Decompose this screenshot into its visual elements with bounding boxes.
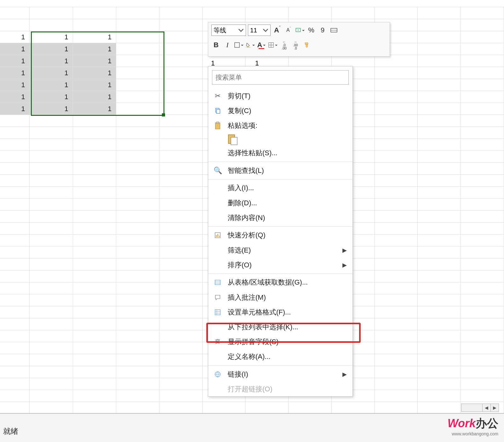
selected-cell[interactable]: 1 [0, 31, 30, 43]
table-icon [213, 277, 223, 287]
selected-cell[interactable]: 1 [0, 79, 30, 91]
svg-rect-14 [231, 137, 237, 145]
svg-rect-5 [246, 47, 250, 48]
svg-rect-19 [215, 280, 220, 285]
selection-fill-handle[interactable] [162, 113, 165, 116]
menu-delete[interactable]: 删除(D)... [208, 196, 352, 210]
selected-cell[interactable]: 1 [0, 103, 30, 115]
decrease-font-icon[interactable]: Aˇ [284, 26, 293, 35]
search-icon: 🔍 [213, 166, 223, 176]
decrease-decimal-icon[interactable]: →.00.0 [291, 40, 300, 50]
menu-separator [208, 179, 352, 179]
increase-decimal-icon[interactable]: ←.0.00 [279, 40, 289, 50]
format-painter-icon[interactable] [302, 40, 312, 50]
selection-range[interactable] [31, 31, 164, 116]
format-cells-icon [213, 307, 223, 317]
menu-format-cells[interactable]: 设置单元格格式(F)... [208, 305, 352, 320]
submenu-arrow-icon: ▶ [342, 247, 347, 254]
menu-quick-analysis[interactable]: 快速分析(Q) [208, 228, 352, 243]
watermark-url: www.workbangong.com [448, 431, 498, 436]
menu-insert-comment[interactable]: 插入批注(M) [208, 290, 352, 305]
link-icon [213, 369, 223, 379]
menu-separator [208, 365, 352, 366]
scroll-right-icon[interactable]: ▶ [490, 404, 499, 411]
fill-color-icon[interactable] [245, 40, 255, 50]
selected-cell[interactable]: 1 [0, 43, 30, 55]
copy-icon [213, 106, 223, 116]
svg-rect-16 [216, 235, 217, 237]
horizontal-scrollbar[interactable]: ◀ ▶ [461, 404, 499, 412]
menu-open-hyperlink: 打开超链接(O) [208, 382, 352, 396]
merge-center-icon[interactable] [329, 26, 339, 35]
menu-clear-contents[interactable]: 清除内容(N) [208, 210, 352, 225]
scroll-left-icon[interactable]: ◀ [482, 404, 490, 411]
borders-icon[interactable] [268, 40, 278, 50]
quick-analysis-icon [213, 230, 223, 240]
submenu-arrow-icon: ▶ [342, 371, 347, 378]
svg-rect-10 [216, 109, 220, 113]
menu-copy[interactable]: 复制(C) [208, 103, 352, 118]
bold-icon[interactable]: B [211, 40, 221, 50]
scissors-icon: ✂ [213, 91, 223, 101]
context-menu: ✂ 剪切(T) 复制(C) 粘贴选项: 选择性粘贴(S)... 🔍 智能查找(L… [208, 66, 353, 397]
menu-smart-lookup[interactable]: 🔍 智能查找(L) [208, 163, 352, 178]
svg-text:¥: ¥ [297, 29, 299, 31]
percent-icon[interactable]: % [306, 26, 316, 35]
menu-filter[interactable]: 筛选(E) ▶ [208, 243, 352, 258]
menu-separator [208, 226, 352, 227]
mini-toolbar: 等线 11 Aˆ Aˇ ¥ % 9 B I A ←.0.00 →.00.0 [208, 22, 390, 57]
font-color-icon[interactable]: A [257, 40, 266, 50]
border-icon[interactable] [234, 40, 243, 50]
menu-hyperlink[interactable]: 链接(I) ▶ [208, 367, 352, 382]
paste-option-default[interactable] [226, 133, 240, 145]
accounting-format-icon[interactable]: ¥ [295, 26, 305, 35]
menu-paste-special[interactable]: 选择性粘贴(S)... [208, 145, 352, 160]
comment-icon [213, 292, 223, 303]
selected-cell[interactable]: 1 [0, 55, 30, 67]
svg-rect-12 [216, 122, 219, 124]
clipboard-icon [213, 121, 223, 131]
italic-icon[interactable]: I [223, 40, 232, 50]
menu-sort[interactable]: 排序(O) ▶ [208, 258, 352, 272]
increase-font-icon[interactable]: Aˆ [272, 26, 282, 35]
status-label: 就绪 [0, 426, 18, 436]
font-family-select[interactable]: 等线 [211, 25, 246, 36]
svg-rect-22 [215, 309, 220, 315]
menu-search-input[interactable] [212, 70, 349, 85]
font-size-value: 11 [250, 27, 257, 34]
annotation-highlight [206, 323, 361, 343]
comma-style-icon[interactable]: 9 [318, 26, 327, 35]
menu-insert[interactable]: 插入(I)... [208, 181, 352, 196]
menu-separator [208, 162, 352, 162]
font-size-select[interactable]: 11 [248, 25, 271, 36]
menu-define-name[interactable]: 定义名称(A)... [208, 349, 352, 364]
svg-rect-18 [219, 236, 220, 237]
selected-cell[interactable]: 1 [0, 91, 30, 103]
submenu-arrow-icon: ▶ [342, 262, 347, 269]
menu-paste-options-header: 粘贴选项: [208, 118, 352, 133]
font-family-value: 等线 [214, 26, 226, 35]
menu-cut[interactable]: ✂ 剪切(T) [208, 88, 352, 103]
menu-separator [208, 274, 352, 274]
selected-cell[interactable]: 1 [0, 67, 30, 79]
status-bar: 就绪 [0, 413, 504, 442]
menu-get-data-from-table[interactable]: 从表格/区域获取数据(G)... [208, 275, 352, 290]
watermark: Work办公 www.workbangong.com [448, 416, 498, 436]
svg-rect-17 [217, 234, 218, 237]
svg-rect-4 [235, 42, 239, 47]
